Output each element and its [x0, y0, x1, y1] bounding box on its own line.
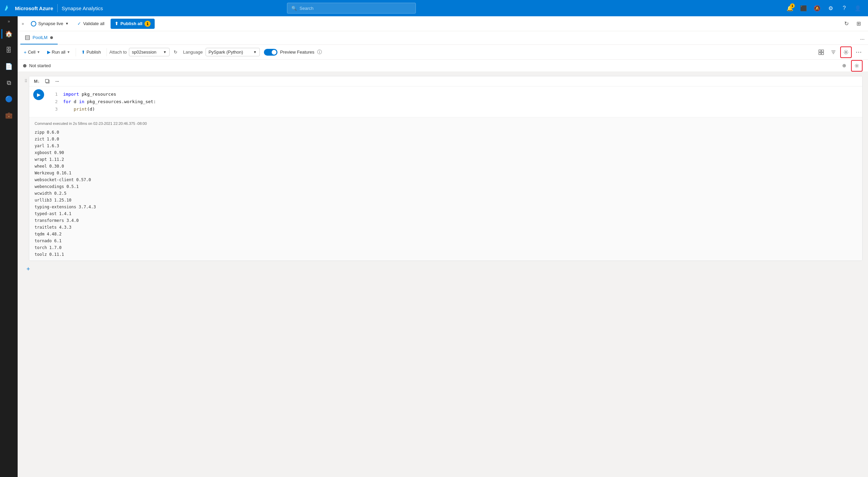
svg-rect-7 [819, 50, 821, 52]
output-line-16: tqdm 4.48.2 [35, 231, 857, 237]
status-text: Not started [29, 63, 51, 68]
sidebar-manage-btn[interactable]: 💼 [1, 108, 16, 123]
filter-btn[interactable] [828, 48, 839, 57]
brand: Microsoft Azure [4, 4, 53, 12]
publish-all-icon: ⬆ [115, 21, 118, 26]
brand-divider [57, 4, 58, 12]
account-btn[interactable]: 👤 [852, 2, 864, 14]
app-name: Synapse Analytics [62, 5, 103, 11]
line-num-3: 3 [50, 106, 58, 113]
output-line-8: websocket-client 0.57.0 [35, 176, 857, 183]
sidebar-develop-btn[interactable]: 📄 [1, 59, 16, 74]
toolbar-divider-2 [107, 48, 107, 56]
language-chevron: ▼ [253, 50, 257, 54]
tab-poollm[interactable]: PoolLM [20, 31, 58, 44]
code-line-3: print(d) [63, 106, 860, 113]
validate-label: Validate all [83, 21, 104, 26]
search-icon: 🔍 [291, 6, 297, 11]
sidebar-expand-btn[interactable]: » [8, 19, 10, 24]
preview-switch[interactable] [264, 49, 277, 56]
main-layout: » 🏠 🗄 📄 ⧉ 🔵 💼 » Synapse live ▼ ✓ Validat… [0, 16, 868, 477]
run-all-btn[interactable]: ▶ Run all ▼ [44, 48, 73, 56]
output-scroll[interactable]: zipp 0.6.0 zict 1.0.0 yarl 1.6.3 xgboost… [35, 129, 857, 258]
line-num-1: 1 [50, 91, 58, 98]
output-meta: Command executed in 2s 58ms on 02-23-202… [35, 120, 857, 127]
status-refresh-btn[interactable]: ⊕ [839, 60, 850, 71]
search-bar[interactable]: 🔍 Search [287, 3, 416, 14]
attach-chevron: ▼ [163, 50, 167, 54]
publish-all-label: Publish all [120, 21, 142, 26]
cell-drag-handle[interactable]: ⠿ [23, 76, 29, 86]
settings-highlighted-btn[interactable] [840, 46, 852, 58]
cell-body: M↓ ··· ▶ [29, 76, 863, 261]
output-line-12: typing-extensions 3.7.4.3 [35, 204, 857, 210]
markdown-btn[interactable]: M↓ [32, 78, 42, 85]
preview-toggle: Preview Features ⓘ [264, 49, 322, 56]
language-select[interactable]: PySpark (Python) ▼ [206, 48, 260, 56]
publish-all-btn[interactable]: ⬆ Publish all 1 [111, 19, 155, 29]
language-value: PySpark (Python) [209, 50, 243, 55]
attach-select[interactable]: sp02session ▼ [129, 48, 170, 56]
code-content[interactable]: import pkg_resources for d in pkg_resour… [60, 87, 862, 117]
svg-rect-8 [822, 50, 824, 52]
more-options-btn[interactable]: ··· [853, 47, 865, 57]
cell-btn[interactable]: + Cell ▼ [21, 48, 43, 57]
language-label: Language [183, 50, 203, 55]
notebook-view-btn[interactable] [816, 48, 827, 57]
sub-expand-btn[interactable]: » [22, 21, 24, 26]
publish-label: Publish [86, 50, 101, 55]
cloud-shell-btn[interactable]: ⬛ [797, 2, 810, 14]
cell-chevron: ▼ [37, 50, 40, 54]
refresh-btn[interactable]: ↻ [841, 18, 852, 29]
add-cell-btn[interactable]: + [23, 264, 34, 275]
gear-icon [843, 50, 849, 55]
output-line-6: wheel 0.30.0 [35, 163, 857, 170]
run-all-chevron: ▼ [67, 50, 70, 54]
tab-bar: PoolLM ... [18, 31, 868, 45]
alarm-bell-btn[interactable]: 🔕 [811, 2, 823, 14]
svg-rect-17 [45, 79, 49, 82]
sidebar-data-btn[interactable]: 🗄 [1, 43, 16, 58]
code-line-2: for d in pkg_resources.working_set: [63, 98, 860, 106]
cell-1: ⠿ M↓ ··· [23, 76, 863, 261]
notebook-layout-icon [818, 50, 824, 55]
sidebar-integrate-btn[interactable]: ⧉ [1, 75, 16, 90]
attach-to-label: Attach to [110, 50, 127, 55]
notification-badge: 1 [790, 3, 795, 8]
status-dot [23, 64, 26, 68]
cell-output: Command executed in 2s 58ms on 02-23-202… [29, 117, 862, 261]
output-line-4: xgboost 0.90 [35, 149, 857, 156]
sidebar-monitor-btn[interactable]: 🔵 [1, 92, 16, 107]
brand-text: Microsoft Azure [15, 5, 53, 11]
cell-more-btn[interactable]: ··· [53, 78, 61, 85]
notification-btn[interactable]: 🔔 1 [784, 2, 796, 14]
notebook-icon [25, 35, 30, 40]
plus-icon: + [24, 50, 26, 55]
tab-more[interactable]: ... [857, 31, 868, 44]
help-btn[interactable]: ? [838, 2, 850, 14]
synapse-live-chevron: ▼ [65, 22, 69, 25]
cell-type-area: M↓ ··· [29, 76, 862, 87]
output-line-18: torch 1.7.0 [35, 244, 857, 251]
refresh-session-btn[interactable]: ↻ [171, 48, 180, 56]
synapse-live-btn[interactable]: Synapse live ▼ [28, 20, 72, 28]
output-line-9: webencodings 0.5.1 [35, 183, 857, 190]
preview-label: Preview Features [280, 50, 314, 55]
output-line-2: zict 1.0.0 [35, 136, 857, 142]
cell-run-btn[interactable]: ▶ [33, 89, 44, 100]
preview-info-icon: ⓘ [317, 49, 322, 55]
settings-btn[interactable]: ⚙ [825, 2, 837, 14]
publish-btn[interactable]: ⬆ Publish [79, 48, 104, 56]
cell-label: Cell [28, 50, 35, 55]
tab-modified-dot [50, 36, 53, 39]
output-line-13: typed-ast 1.4.1 [35, 210, 857, 217]
layout-btn[interactable]: ⊞ [853, 18, 864, 29]
validate-all-btn[interactable]: ✓ Validate all [74, 20, 108, 27]
status-bar-right: ⊕ [839, 60, 863, 72]
copy-cell-btn[interactable] [43, 78, 52, 85]
sidebar-home-btn[interactable]: 🏠 [1, 26, 16, 41]
tab-poollm-label: PoolLM [33, 35, 47, 40]
output-line-10: wcwidth 0.2.5 [35, 190, 857, 197]
status-settings-btn[interactable] [851, 60, 863, 72]
code-line-1: import pkg_resources [63, 91, 860, 98]
